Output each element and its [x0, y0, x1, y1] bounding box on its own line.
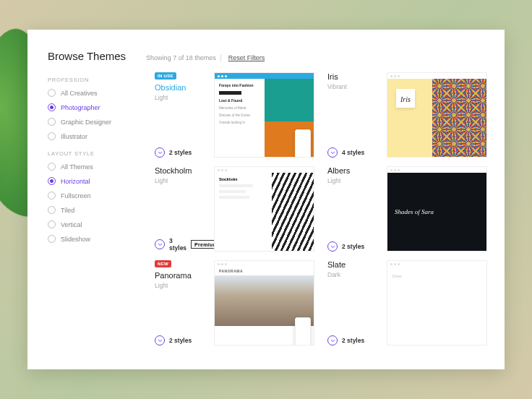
radio-label: Slideshow [61, 236, 90, 243]
radio-label: All Creatives [61, 90, 98, 97]
radio-icon [48, 118, 56, 126]
theme-footer: 3 stylesPremium [155, 237, 207, 252]
theme-meta: SlateDark2 styles [327, 260, 379, 346]
radio-icon [48, 132, 56, 140]
theme-meta: AlbersLight2 styles [327, 166, 379, 252]
chevron-down-icon[interactable] [327, 335, 338, 346]
theme-meta: IrisVibrant4 styles [327, 72, 379, 158]
browser-bar-icon [387, 167, 486, 173]
reset-filters-link[interactable]: Reset Filters [220, 54, 265, 61]
radio-label: All Themes [61, 163, 93, 171]
radio-label: Illustrator [61, 133, 87, 140]
radio-label: Graphic Designer [61, 119, 111, 126]
profession-option[interactable]: All Creatives [48, 89, 142, 97]
theme-footer: 2 styles [327, 241, 379, 252]
browser-bar-icon [387, 261, 486, 267]
theme-subtitle: Vibrant [327, 83, 379, 90]
theme-subtitle: Light [155, 94, 207, 101]
header: Browse Themes Showing 7 of 18 themes Res… [48, 50, 487, 62]
theme-card[interactable]: IN USEObsidianLight2 stylesForays into F… [155, 72, 314, 158]
theme-meta: NEWPanoramaLight2 styles [155, 260, 207, 346]
theme-name: Obsidian [155, 83, 207, 93]
theme-name: Albers [327, 166, 379, 176]
theme-footer: 2 styles [327, 335, 379, 346]
radio-label: Fullscreen [61, 192, 91, 200]
theme-grid-scroll[interactable]: IN USEObsidianLight2 stylesForays into F… [142, 72, 487, 352]
layout-option[interactable]: Horizontal [48, 177, 142, 185]
profession-option[interactable]: Photographer [48, 103, 142, 111]
theme-meta: IN USEObsidianLight2 styles [155, 72, 207, 158]
theme-name: Slate [327, 260, 379, 270]
preview-body: Shades of Sara [387, 173, 486, 251]
theme-card[interactable]: IrisVibrant4 stylesIris [327, 72, 487, 158]
radio-icon [48, 220, 56, 228]
layout-option[interactable]: All Themes [48, 163, 142, 171]
preview-body: Stockholm [215, 173, 314, 251]
styles-count: 4 styles [342, 149, 364, 156]
radio-icon [48, 192, 56, 200]
layout-option[interactable]: Tiled [48, 206, 142, 214]
radio-label: Tiled [61, 207, 74, 214]
theme-footer: 4 styles [327, 147, 379, 158]
styles-count: 2 styles [169, 149, 192, 156]
preview-body: PANORAMA [215, 267, 314, 345]
theme-preview[interactable]: Iris [387, 72, 487, 158]
browser-bar-icon [215, 261, 314, 267]
result-count: Showing 7 of 18 themes [146, 54, 216, 61]
browse-themes-panel: Browse Themes Showing 7 of 18 themes Res… [27, 30, 505, 369]
layout-group-label: LAYOUT STYLE [48, 150, 142, 157]
chevron-down-icon[interactable] [155, 147, 165, 158]
profession-option[interactable]: Graphic Designer [48, 118, 142, 126]
radio-icon [48, 163, 56, 171]
preview-body: Forays into FashionLost & FoundMemories … [215, 79, 314, 157]
theme-preview[interactable]: Slate [387, 260, 487, 346]
theme-card[interactable]: SlateDark2 stylesSlate [327, 260, 487, 346]
theme-name: Iris [327, 72, 379, 82]
radio-icon [48, 206, 56, 214]
profession-option[interactable]: Illustrator [48, 132, 142, 140]
preview-body: Iris [387, 79, 486, 157]
radio-label: Horizontal [61, 178, 90, 185]
chevron-down-icon[interactable] [327, 241, 338, 252]
theme-badge: IN USE [155, 72, 176, 80]
radio-label: Photographer [61, 104, 100, 111]
theme-subtitle: Light [327, 177, 379, 184]
radio-icon [48, 177, 56, 185]
theme-meta: StockholmLight3 stylesPremium [155, 166, 207, 252]
styles-count: 3 styles [169, 237, 186, 252]
chevron-down-icon[interactable] [155, 239, 165, 249]
theme-preview[interactable]: Shades of Sara [387, 166, 487, 252]
chevron-down-icon[interactable] [155, 335, 165, 346]
browser-bar-icon [215, 73, 314, 79]
styles-count: 2 styles [342, 337, 364, 344]
browser-bar-icon [387, 73, 486, 79]
styles-count: 2 styles [342, 243, 364, 250]
theme-badge: NEW [155, 260, 171, 267]
browser-bar-icon [215, 167, 314, 173]
radio-label: Vertical [61, 221, 82, 228]
theme-name: Panorama [155, 271, 207, 280]
filter-sidebar: PROFESSION All CreativesPhotographerGrap… [48, 72, 142, 352]
theme-grid: IN USEObsidianLight2 stylesForays into F… [155, 72, 487, 346]
theme-preview[interactable]: Stockholm [214, 166, 314, 252]
layout-option[interactable]: Fullscreen [48, 192, 142, 200]
radio-icon [48, 235, 56, 243]
theme-subtitle: Dark [327, 271, 379, 278]
theme-name: Stockholm [155, 166, 207, 176]
theme-footer: 2 styles [155, 335, 207, 346]
theme-card[interactable]: NEWPanoramaLight2 stylesPANORAMA [155, 260, 314, 346]
chevron-down-icon[interactable] [327, 147, 338, 158]
layout-option[interactable]: Vertical [48, 220, 142, 228]
theme-preview[interactable]: Forays into FashionLost & FoundMemories … [214, 72, 314, 158]
radio-icon [48, 89, 56, 97]
theme-subtitle: Light [155, 177, 207, 184]
theme-card[interactable]: AlbersLight2 stylesShades of Sara [327, 166, 487, 252]
theme-card[interactable]: StockholmLight3 stylesPremiumStockholm [155, 166, 314, 252]
page-title: Browse Themes [48, 50, 126, 62]
styles-count: 2 styles [169, 337, 192, 344]
profession-group-label: PROFESSION [48, 77, 142, 83]
radio-icon [48, 103, 56, 111]
theme-preview[interactable]: PANORAMA [214, 260, 314, 346]
layout-option[interactable]: Slideshow [48, 235, 142, 243]
theme-footer: 2 styles [155, 147, 207, 158]
